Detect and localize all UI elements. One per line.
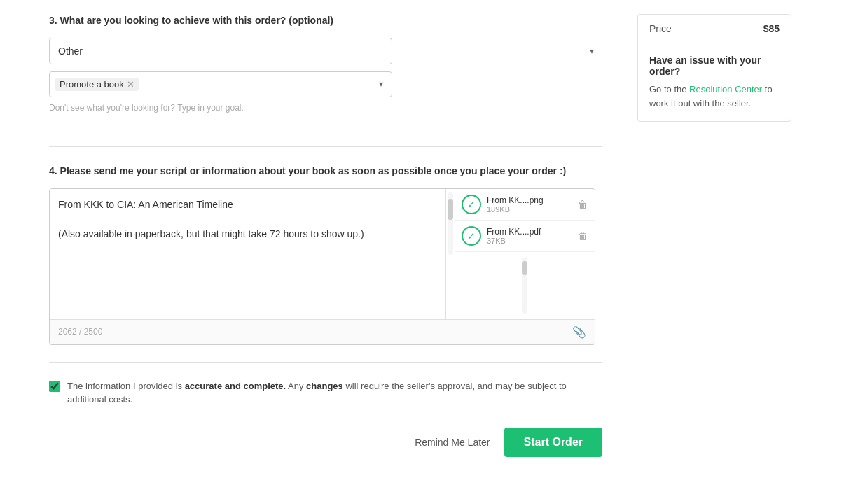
- accuracy-checkbox-section: The information I provided is accurate a…: [49, 363, 602, 421]
- scroll-thumb: [448, 199, 453, 220]
- chevron-down-icon: ▾: [379, 79, 383, 89]
- file-info-1: From KK....png 189KB: [487, 195, 572, 214]
- section4-label: 4. Please send me your script or informa…: [49, 164, 602, 178]
- section3-label: 3. What are you looking to achieve with …: [49, 14, 602, 28]
- price-label: Price: [649, 23, 672, 34]
- file-delete-icon-2[interactable]: 🗑: [578, 230, 588, 241]
- goal-tag: Promote a book ✕: [55, 78, 139, 91]
- accuracy-label: The information I provided is accurate a…: [67, 379, 602, 407]
- sidebar-issue-heading: Have an issue with your order?: [649, 55, 780, 77]
- sidebar: Price $85 Have an issue with your order?…: [623, 0, 805, 504]
- sidebar-issue-section: Have an issue with your order? Go to the…: [638, 43, 791, 121]
- file-check-icon-1: ✓: [462, 195, 481, 214]
- price-value: $85: [763, 23, 780, 34]
- file-delete-icon-1[interactable]: 🗑: [578, 199, 588, 210]
- file-panel: ✓ From KK....png 189KB 🗑 ✓ From KK....: [455, 189, 595, 319]
- start-order-button[interactable]: Start Order: [504, 428, 602, 457]
- remind-later-button[interactable]: Remind Me Later: [415, 437, 490, 448]
- goal-dropdown[interactable]: OtherPromote a book: [49, 38, 392, 64]
- file-scrollbar[interactable]: [522, 258, 527, 314]
- resolution-center-link[interactable]: Resolution Center: [689, 84, 762, 94]
- script-textarea[interactable]: From KKK to CIA: An American Timeline (A…: [50, 189, 445, 259]
- textarea-scrollbar[interactable]: [446, 189, 455, 319]
- char-count: 2062 / 2500: [58, 327, 102, 337]
- tag-remove-icon[interactable]: ✕: [127, 79, 134, 90]
- action-bar: Remind Me Later Start Order: [49, 421, 602, 464]
- file-scroll-thumb: [522, 261, 527, 275]
- sidebar-card: Price $85 Have an issue with your order?…: [637, 14, 791, 122]
- issue-text-before: Go to the: [649, 84, 689, 94]
- goal-multiselect[interactable]: Promote a book ✕ ▾: [49, 71, 392, 97]
- file-item-1: ✓ From KK....png 189KB 🗑: [455, 189, 595, 220]
- file-check-icon-2: ✓: [462, 226, 481, 246]
- price-row: Price $85: [638, 15, 791, 43]
- file-size-2: 37KB: [487, 237, 572, 245]
- file-item-2: ✓ From KK....pdf 37KB 🗑: [455, 220, 595, 252]
- scroll-track: [448, 192, 453, 255]
- goal-dropdown-wrapper: OtherPromote a book ▾: [49, 38, 602, 64]
- section-divider: [49, 146, 602, 147]
- sidebar-issue-text: Go to the Resolution Center to work it o…: [649, 83, 780, 110]
- goal-helper-text: Don't see what you're looking for? Type …: [49, 103, 602, 113]
- file-info-2: From KK....pdf 37KB: [487, 227, 572, 245]
- accuracy-checkbox[interactable]: [49, 381, 60, 392]
- chevron-down-icon: ▾: [590, 46, 594, 56]
- textarea-footer: 2062 / 2500 📎: [50, 319, 595, 344]
- tag-label: Promote a book: [60, 79, 124, 90]
- textarea-left-panel: From KKK to CIA: An American Timeline (A…: [50, 189, 446, 319]
- file-name-1: From KK....png: [487, 195, 572, 205]
- attach-icon[interactable]: 📎: [572, 326, 586, 339]
- script-textarea-container: From KKK to CIA: An American Timeline (A…: [49, 188, 595, 345]
- file-size-1: 189KB: [487, 205, 572, 214]
- file-name-2: From KK....pdf: [487, 227, 572, 237]
